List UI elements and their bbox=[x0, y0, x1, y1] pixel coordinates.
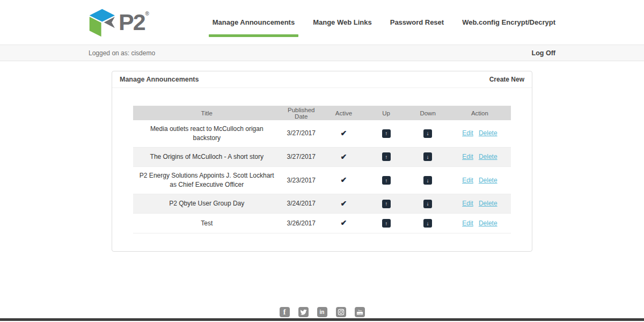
active-tab-underline bbox=[209, 34, 298, 37]
up-arrow-icon: ↑ bbox=[385, 201, 387, 207]
edit-link[interactable]: Edit bbox=[462, 129, 473, 137]
nav-item-label: Mange Web Links bbox=[313, 18, 372, 26]
logo-text: P2 bbox=[119, 8, 145, 36]
delete-link[interactable]: Delete bbox=[479, 153, 497, 160]
active-check-icon: ✔ bbox=[341, 218, 347, 227]
edit-link[interactable]: Edit bbox=[462, 153, 473, 160]
table-row: P2 Energy Solutions Appoints J. Scott Lo… bbox=[133, 167, 511, 194]
nav-item-web-config-encrypt-decrypt[interactable]: Web.config Encrypt/Decrypt bbox=[462, 18, 555, 26]
delete-link[interactable]: Delete bbox=[479, 219, 497, 227]
row-published-date: 3/23/2017 bbox=[281, 167, 322, 194]
main-nav: Manage Announcements Mange Web Links Pas… bbox=[213, 18, 555, 26]
row-published-date: 3/27/2017 bbox=[281, 147, 322, 167]
facebook-icon[interactable]: f bbox=[280, 307, 290, 317]
move-up-button[interactable]: ↑ bbox=[382, 219, 391, 228]
youtube-text-bottom: Tube bbox=[357, 312, 362, 314]
twitter-icon[interactable] bbox=[298, 307, 309, 317]
column-header-published-date: Published Date bbox=[281, 106, 322, 120]
panel-header: Manage Announcements Create New bbox=[112, 71, 532, 88]
p2-logo-mark bbox=[89, 9, 118, 38]
down-arrow-icon: ↓ bbox=[427, 154, 429, 160]
announcements-table: Title Published Date Active Up Down Acti… bbox=[133, 106, 511, 233]
column-header-action: Action bbox=[449, 106, 511, 120]
table-row: The Origins of McCulloch - A short story… bbox=[133, 147, 511, 167]
down-arrow-icon: ↓ bbox=[427, 130, 429, 136]
delete-link[interactable]: Delete bbox=[479, 129, 497, 137]
table-row: Media outlets react to McCulloch origan … bbox=[133, 120, 511, 147]
up-arrow-icon: ↑ bbox=[385, 154, 387, 160]
down-arrow-icon: ↓ bbox=[427, 178, 429, 184]
window-bottom-edge bbox=[0, 318, 644, 321]
move-down-button[interactable]: ↓ bbox=[423, 152, 432, 161]
top-header: P2 ® Manage Announcements Mange Web Link… bbox=[0, 0, 644, 45]
active-check-icon: ✔ bbox=[341, 199, 347, 208]
row-published-date: 3/27/2017 bbox=[281, 120, 322, 147]
main-content: Manage Announcements Create New Title Pu… bbox=[0, 61, 644, 252]
youtube-text-top: You bbox=[357, 309, 362, 312]
row-title: The Origins of McCulloch - A short story bbox=[133, 147, 281, 167]
nav-item-label: Web.config Encrypt/Decrypt bbox=[462, 18, 555, 26]
session-bar: Logged on as: cisdemo Log Off bbox=[0, 45, 644, 61]
move-down-button[interactable]: ↓ bbox=[423, 176, 432, 185]
create-new-link[interactable]: Create New bbox=[489, 76, 524, 83]
row-title: P2 Energy Solutions Appoints J. Scott Lo… bbox=[133, 167, 281, 194]
edit-link[interactable]: Edit bbox=[462, 219, 473, 227]
move-down-button[interactable]: ↓ bbox=[423, 200, 432, 208]
column-header-title: Title bbox=[133, 106, 281, 120]
table-header-row: Title Published Date Active Up Down Acti… bbox=[133, 106, 511, 120]
nav-item-mange-web-links[interactable]: Mange Web Links bbox=[313, 18, 372, 26]
down-arrow-icon: ↓ bbox=[427, 201, 429, 207]
row-published-date: 3/26/2017 bbox=[281, 214, 322, 233]
p2-logo[interactable]: P2 ® bbox=[89, 8, 149, 38]
registered-mark: ® bbox=[145, 11, 149, 17]
move-up-button[interactable]: ↑ bbox=[382, 176, 391, 185]
active-check-icon: ✔ bbox=[341, 175, 347, 184]
column-header-up: Up bbox=[365, 106, 407, 120]
announcements-table-body: Media outlets react to McCulloch origan … bbox=[133, 120, 511, 233]
nav-item-password-reset[interactable]: Password Reset bbox=[390, 18, 444, 26]
youtube-icon[interactable]: You Tube bbox=[355, 307, 365, 317]
announcements-panel: Manage Announcements Create New Title Pu… bbox=[112, 71, 532, 252]
panel-body: Title Published Date Active Up Down Acti… bbox=[112, 88, 532, 251]
move-up-button[interactable]: ↑ bbox=[382, 129, 391, 138]
column-header-down: Down bbox=[407, 106, 448, 120]
nav-item-label: Password Reset bbox=[390, 18, 444, 26]
edit-link[interactable]: Edit bbox=[462, 200, 473, 207]
move-up-button[interactable]: ↑ bbox=[382, 152, 391, 161]
row-published-date: 3/24/2017 bbox=[281, 194, 322, 214]
active-check-icon: ✔ bbox=[341, 129, 347, 137]
move-up-button[interactable]: ↑ bbox=[382, 200, 391, 208]
up-arrow-icon: ↑ bbox=[385, 130, 387, 136]
row-title: P2 Qbyte User Group Day bbox=[133, 194, 281, 214]
social-icons-row: f in You Tube bbox=[0, 307, 644, 317]
up-arrow-icon: ↑ bbox=[385, 178, 387, 184]
edit-link[interactable]: Edit bbox=[462, 177, 473, 184]
down-arrow-icon: ↓ bbox=[427, 221, 429, 226]
column-header-active: Active bbox=[322, 106, 365, 120]
active-check-icon: ✔ bbox=[341, 152, 347, 161]
log-off-link[interactable]: Log Off bbox=[532, 49, 555, 57]
up-arrow-icon: ↑ bbox=[385, 221, 387, 226]
row-title: Media outlets react to McCulloch origan … bbox=[133, 120, 281, 147]
delete-link[interactable]: Delete bbox=[479, 200, 497, 207]
instagram-icon[interactable] bbox=[336, 307, 346, 317]
row-title: Test bbox=[133, 214, 281, 233]
linkedin-icon[interactable]: in bbox=[317, 307, 327, 317]
table-row: P2 Qbyte User Group Day 3/24/2017 ✔ ↑ ↓ … bbox=[133, 194, 511, 214]
nav-item-manage-announcements[interactable]: Manage Announcements bbox=[213, 18, 295, 26]
table-row: Test 3/26/2017 ✔ ↑ ↓ EditDelete bbox=[133, 214, 511, 233]
delete-link[interactable]: Delete bbox=[479, 177, 497, 184]
move-down-button[interactable]: ↓ bbox=[423, 129, 432, 138]
move-down-button[interactable]: ↓ bbox=[423, 219, 432, 228]
nav-item-label: Manage Announcements bbox=[213, 18, 295, 26]
logged-on-text: Logged on as: cisdemo bbox=[89, 49, 155, 57]
panel-title: Manage Announcements bbox=[120, 76, 199, 83]
